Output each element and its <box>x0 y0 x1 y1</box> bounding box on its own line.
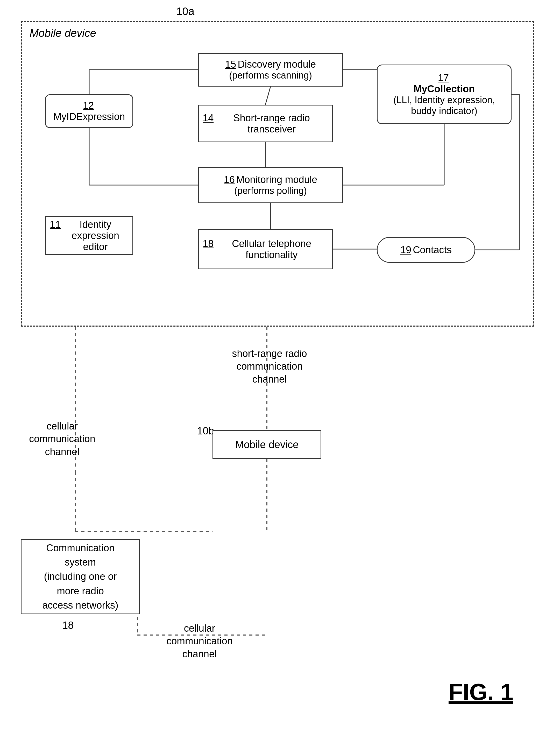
subtitle-17: (LLI, Identity expression, buddy indicat… <box>381 95 507 117</box>
title-18: Cellular telephone functionality <box>215 238 328 260</box>
title-19: Contacts <box>413 244 452 256</box>
cellular-channel-label2: cellularcommunicationchannel <box>148 622 251 661</box>
box-mycollection: 17 MyCollection (LLI, Identity expressio… <box>377 65 511 124</box>
label-10b: 10b <box>197 425 214 437</box>
short-range-channel-label: short-range radiocommunicationchannel <box>202 347 337 386</box>
box-myidexpression: 12 MyIDExpression <box>45 94 133 128</box>
label-18-comm: 18 <box>62 619 74 631</box>
box-contacts: 19 Contacts <box>377 237 475 263</box>
mobile-device-container: Mobile device <box>21 21 534 327</box>
title-14: Short-range radio transceiver <box>215 112 328 135</box>
number-19: 19 <box>400 244 411 256</box>
box-identity-expression-editor: 11 Identity expression editor <box>45 216 133 255</box>
number-11: 11 <box>50 219 61 230</box>
number-14: 14 <box>203 112 214 124</box>
title-15: Discovery module <box>238 59 316 70</box>
title-17: MyCollection <box>414 83 475 95</box>
box-monitoring-module: 16 Monitoring module (performs polling) <box>198 167 343 203</box>
title-16: Monitoring module <box>236 174 317 185</box>
number-17: 17 <box>438 72 449 83</box>
title-12: MyIDExpression <box>53 111 125 122</box>
box-mobile-device-10b: Mobile device <box>213 430 321 459</box>
box-short-range-transceiver: 14 Short-range radio transceiver <box>198 105 333 142</box>
box-discovery-module: 15 Discovery module (performs scanning) <box>198 53 343 86</box>
page: 10a Mobile device <box>0 0 560 747</box>
fig-label: FIG. 1 <box>449 679 513 705</box>
number-15: 15 <box>225 59 236 70</box>
number-12: 12 <box>83 100 94 111</box>
title-11: Identity expression editor <box>62 219 129 253</box>
box-communication-system: Communicationsystem(including one ormore… <box>21 539 140 614</box>
number-18: 18 <box>203 238 214 249</box>
box-cellular-telephone: 18 Cellular telephone functionality <box>198 229 333 269</box>
label-10a: 10a <box>176 5 194 18</box>
number-16: 16 <box>224 174 235 185</box>
mobile-device-label: Mobile device <box>30 27 96 40</box>
svg-line-0 <box>265 86 270 105</box>
subtitle-16: (performs polling) <box>234 185 307 196</box>
cellular-channel-label: cellularcommunicationchannel <box>23 420 101 458</box>
subtitle-15: (performs scanning) <box>229 70 312 81</box>
